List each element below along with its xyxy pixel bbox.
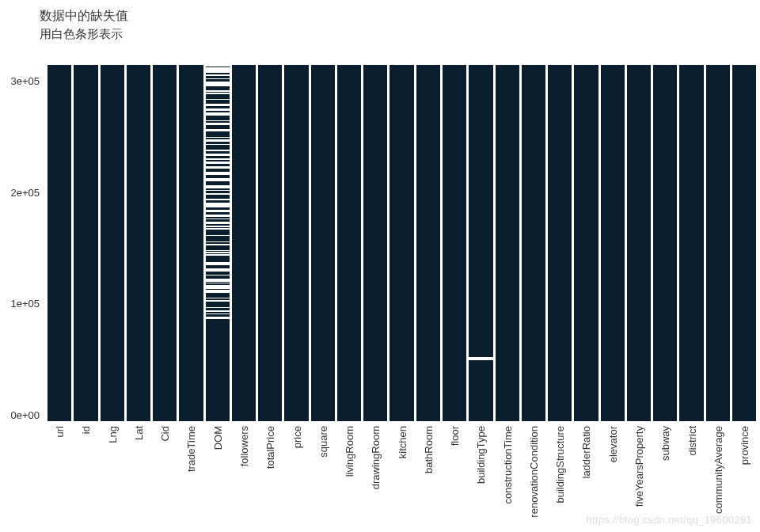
bar-buildingType (469, 65, 492, 421)
bar-Cid (153, 65, 177, 421)
x-tick-label: tradeTime (185, 426, 197, 472)
bar-fill (390, 65, 413, 421)
bar-fill (337, 65, 361, 421)
bar-constructionTime (496, 65, 519, 421)
x-tick-label: drawingRoom (370, 426, 382, 489)
bar-Lat (127, 65, 150, 421)
bar-fill (574, 65, 598, 421)
bar-fill (522, 65, 545, 421)
chart-title: 数据中的缺失值 (40, 8, 128, 25)
bar-drawingRoom (363, 65, 387, 421)
bar-fill (206, 65, 230, 421)
bar-price (284, 65, 308, 421)
bar-fill (706, 65, 730, 421)
bar-bathRoom (416, 65, 440, 421)
watermark: https://blog.csdn.net/qq_19600291 (587, 514, 752, 526)
bar-subway (653, 65, 677, 421)
bar-communityAverage (706, 65, 730, 421)
bar-fill (311, 65, 335, 421)
bar-livingRoom (337, 65, 361, 421)
bar-province (732, 65, 756, 421)
bar-fill (258, 65, 282, 421)
bar-tradeTime (179, 65, 203, 421)
x-tick-label: Lng (106, 426, 118, 443)
missing-values-chart: 数据中的缺失值 用白色条形表示 0e+00 1e+05 2e+05 3e+05 … (0, 0, 760, 532)
x-tick-label: kitchen (396, 426, 408, 458)
bar-fill (416, 65, 440, 421)
x-tick-label: buildingType (475, 426, 487, 484)
bar-followers (232, 65, 256, 421)
bar-fill (232, 65, 256, 421)
x-tick-label: price (291, 426, 302, 448)
bar-fiveYearsProperty (627, 65, 651, 421)
x-tick-label: bathRoom (422, 426, 434, 473)
bar-fill (732, 65, 756, 421)
chart-subtitle: 用白色条形表示 (40, 27, 123, 42)
bar-square (311, 65, 335, 421)
bar-fill (127, 65, 150, 421)
x-tick-label: communityAverage (712, 426, 724, 514)
bar-kitchen (390, 65, 413, 421)
x-tick-label: buildingStructure (554, 426, 566, 504)
bar-fill (74, 65, 97, 421)
x-tick-label: followers (238, 426, 249, 466)
bar-fill (627, 65, 651, 421)
bar-ladderRatio (574, 65, 598, 421)
x-tick-label: ladderRatio (580, 426, 592, 479)
bar-Lng (101, 65, 124, 421)
bar-fill (443, 65, 466, 421)
x-tick-label: url (54, 426, 66, 437)
x-tick-label: fiveYearsProperty (633, 426, 644, 507)
y-tick: 0e+00 (10, 409, 40, 421)
x-tick-label: district (686, 426, 697, 456)
bar-district (679, 65, 703, 421)
x-tick-label: totalPrice (264, 426, 276, 469)
x-tick-label: constructionTime (501, 426, 513, 504)
x-tick-label: Lat (132, 426, 144, 440)
x-tick-label: livingRoom (344, 426, 355, 477)
y-axis: 0e+00 1e+05 2e+05 3e+05 (0, 65, 44, 421)
bar-fill (363, 65, 387, 421)
x-tick-label: Cid (159, 426, 171, 442)
bar-fill (101, 65, 124, 421)
y-tick: 3e+05 (10, 75, 40, 87)
y-tick: 2e+05 (10, 186, 40, 198)
bar-DOM (206, 65, 230, 421)
y-tick: 1e+05 (10, 298, 40, 310)
bar-fill (48, 65, 71, 421)
bar-fill (548, 65, 572, 421)
x-tick-label: DOM (211, 426, 223, 450)
bar-fill (469, 65, 492, 421)
bar-elevator (601, 65, 625, 421)
bar-url (48, 65, 71, 421)
bar-fill (179, 65, 203, 421)
x-tick-label: elevator (606, 426, 618, 462)
bar-totalPrice (258, 65, 282, 421)
bar-fill (679, 65, 703, 421)
bar-buildingStructure (548, 65, 572, 421)
plot-area (48, 65, 756, 421)
x-tick-label: renovationCondition (527, 426, 539, 518)
x-tick-label: subway (659, 426, 671, 461)
bar-id (74, 65, 97, 421)
x-tick-label: id (80, 426, 92, 434)
x-tick-label: square (317, 426, 329, 458)
x-tick-label: floor (449, 426, 461, 446)
bar-fill (284, 65, 308, 421)
bar-floor (443, 65, 466, 421)
bar-renovationCondition (522, 65, 545, 421)
bar-fill (653, 65, 677, 421)
x-tick-label: province (739, 426, 750, 465)
bar-fill (601, 65, 625, 421)
bar-fill (496, 65, 519, 421)
bar-fill (153, 65, 177, 421)
